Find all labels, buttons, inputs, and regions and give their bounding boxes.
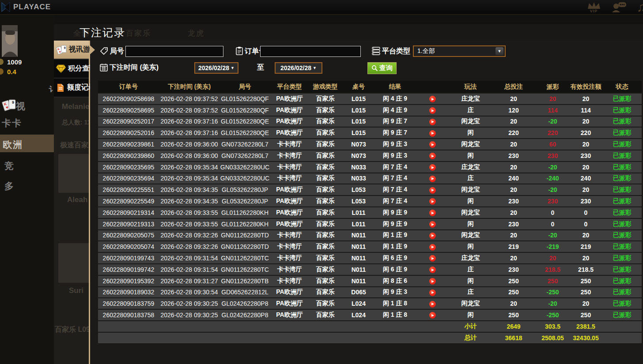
order-no-cell: 260228090239861 — [98, 139, 159, 150]
game-type-cell: 百家乐 — [309, 218, 342, 230]
total-bet-cell: 250 — [491, 309, 536, 321]
replay-play-icon[interactable] — [429, 301, 436, 308]
sidebar-item-video-games[interactable]: K♥ 9 视讯游戏 — [54, 41, 89, 60]
replay-play-icon[interactable] — [429, 255, 436, 262]
total-bet-cell: 20 — [491, 116, 536, 128]
replay-play-icon[interactable] — [429, 221, 436, 228]
play-method-cell: 闲 — [450, 150, 491, 161]
date-from-picker[interactable]: 2026/02/28▼ — [194, 62, 238, 74]
platform-type-value: 1.全部 — [417, 47, 435, 55]
payout-cell: 218.5 — [536, 264, 569, 275]
platform-cell: PA欧洲厅 — [270, 93, 309, 105]
music-icon[interactable]: ♫ — [637, 0, 643, 14]
replay-cell — [415, 252, 450, 264]
game-no-cell: GL024262280P8 — [219, 309, 270, 321]
table-row: 2602280902050752026-02-28 09:32:26GN0112… — [98, 230, 642, 241]
replay-cell — [415, 264, 450, 275]
replay-play-icon[interactable] — [429, 96, 436, 102]
game-type-cell: 百家乐 — [309, 287, 342, 298]
replay-play-icon[interactable] — [429, 141, 436, 148]
search-icon — [371, 65, 378, 71]
play-method-cell: 闲龙宝 — [450, 116, 491, 128]
replay-play-icon[interactable] — [429, 107, 436, 114]
lobby-photo — [58, 154, 89, 193]
game-no-cell: GN011262280TB — [219, 275, 270, 287]
points-fragment: 0.4 — [7, 68, 16, 75]
bet-time-label: 下注时间 (美东) — [110, 63, 159, 72]
payout-cell: 230 — [536, 150, 569, 161]
game-no-cell: GL015262280QE — [219, 116, 270, 128]
result-cell: 闲 7 庄 4 — [375, 184, 415, 195]
platform-type-select[interactable]: 1.全部 ▼ — [413, 45, 506, 57]
bet-time-cell: 2026-02-28 09:35:34 — [159, 173, 219, 184]
cards-icon: K♥ 9 — [56, 44, 67, 56]
replay-play-icon[interactable] — [429, 210, 436, 216]
game-type-cell: 百家乐 — [309, 241, 342, 252]
status-cell: 已派彩 — [602, 264, 642, 275]
order-no-cell: 260228090189032 — [98, 287, 159, 298]
sidebar-item-credit-records[interactable]: 额度记录 — [54, 79, 89, 98]
table-row: 2602280901890322026-02-28 09:30:54GD0652… — [98, 287, 642, 298]
replay-play-icon[interactable] — [429, 266, 436, 273]
order-no-input[interactable] — [260, 46, 361, 57]
lobby-fragment-speed-baccarat: 极速百家乐 L — [60, 141, 89, 150]
game-no-cell: GL015262280QF — [219, 105, 270, 116]
customer-service-chat-icon[interactable] — [611, 1, 627, 13]
platform-cell: PA欧洲厅 — [270, 218, 309, 230]
replay-play-icon[interactable] — [429, 244, 436, 251]
replay-play-icon[interactable] — [429, 187, 436, 194]
replay-play-icon[interactable] — [429, 153, 436, 159]
status-cell: 已派彩 — [602, 287, 642, 298]
document-icon — [56, 83, 65, 93]
top-bar: PLAYACE VIP ♫ — [0, 0, 643, 15]
table-no-cell: N011 — [342, 252, 375, 264]
replay-play-icon[interactable] — [429, 278, 436, 285]
bet-time-cell: 2026-02-28 09:32:26 — [159, 230, 219, 241]
result-cell: 闲 4 庄 9 — [375, 93, 415, 105]
replay-cell — [415, 105, 450, 116]
replay-play-icon[interactable] — [429, 130, 436, 137]
valid-bet-cell: 230 — [569, 150, 602, 161]
replay-play-icon[interactable] — [429, 198, 436, 205]
table-row: 2602280901837592026-02-28 09:30:25GL0242… — [98, 298, 642, 309]
replay-play-icon[interactable] — [429, 312, 436, 319]
total-bet-cell: 20 — [491, 93, 536, 105]
replay-play-icon[interactable] — [429, 289, 436, 296]
date-to-picker[interactable]: 2026/02/28▼ — [275, 62, 322, 74]
result-cell: 闲 8 庄 6 — [375, 275, 415, 287]
table-no-cell: L015 — [342, 93, 375, 105]
lobby-fragment-dealer: Melanie — [62, 102, 89, 111]
result-cell: 闲 7 庄 4 — [375, 195, 415, 207]
table-no-cell: L015 — [342, 105, 375, 116]
game-no-cell: GN033262280UC — [219, 161, 270, 173]
game-no-cell: GL053262280JP — [219, 195, 270, 207]
cards-icon: K♥ 9 — [1, 98, 17, 113]
status-cell: 已派彩 — [602, 218, 642, 230]
replay-cell — [415, 309, 450, 321]
total-row: 总计 36618 2508.05 32430.05 — [98, 332, 642, 344]
table-no-cell: D065 — [342, 287, 375, 298]
play-method-cell: 庄 — [450, 264, 491, 275]
menu-fragment-video: 视 — [16, 100, 26, 113]
column-header: 下注时间 (美东) — [159, 81, 219, 93]
replay-play-icon[interactable] — [429, 233, 436, 239]
status-cell: 已派彩 — [602, 173, 642, 184]
vip-icon[interactable]: VIP — [586, 1, 601, 13]
game-no-input[interactable] — [125, 46, 223, 57]
game-no-cell: GL015262280QE — [219, 127, 270, 139]
platform-cell: 卡卡湾厅 — [270, 252, 309, 264]
valid-bet-cell: 20 — [569, 116, 602, 128]
replay-play-icon[interactable] — [429, 164, 436, 171]
game-no-cell: GN073262280L7 — [219, 139, 270, 150]
sidebar-item-points-query[interactable]: 积分查询 — [54, 60, 89, 79]
result-cell: 闲 9 庄 9 — [375, 207, 415, 218]
play-method-cell: 庄 — [450, 173, 491, 184]
replay-play-icon[interactable] — [429, 119, 436, 125]
platform-cell: 卡卡湾厅 — [270, 264, 309, 275]
query-button[interactable]: 查询 — [367, 62, 397, 74]
replay-play-icon[interactable] — [429, 176, 436, 182]
total-label: 总计 — [450, 332, 491, 344]
svg-text:9: 9 — [12, 100, 14, 105]
status-cell: 已派彩 — [602, 150, 642, 161]
play-method-cell: 闲龙宝 — [450, 207, 491, 218]
